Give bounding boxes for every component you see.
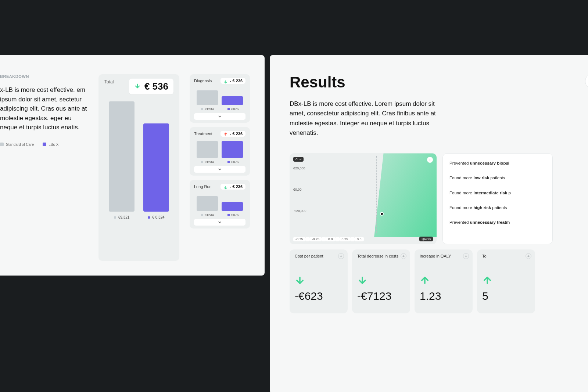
- mini-delta-value: - € 236: [230, 79, 243, 83]
- mini-card-title: Treatment: [194, 132, 212, 136]
- section-label: BREAKDOWN: [0, 74, 88, 79]
- mini-delta-chip: - € 236: [220, 131, 245, 137]
- mini-bars: [194, 193, 245, 211]
- stat-value: -€623: [295, 290, 343, 302]
- stat-title: To: [482, 254, 530, 258]
- scatter-card[interactable]: Cost QALYs + €20,000 €0,00 -€20,000 -0.7…: [290, 153, 437, 244]
- mini-delta-value: - € 236: [230, 132, 243, 136]
- total-bars: €9.321 € 8.324: [104, 102, 173, 219]
- dot-purple-icon: [227, 161, 230, 163]
- stat-card: Increase in QALY + 1.23: [415, 249, 473, 313]
- dot-grey-icon: [114, 216, 116, 219]
- finding-row: Prevented unnecessary biopsi: [449, 160, 546, 166]
- mini-bar-b: [222, 141, 243, 158]
- grid-line-zero-x: [376, 156, 377, 234]
- total-label: Total: [104, 79, 114, 84]
- stat-title: Increase in QALY: [420, 254, 467, 258]
- legend-label-a: Standard of Care: [6, 143, 34, 147]
- breakdown-panel: BREAKDOWN x-LB is more cost effective. e…: [0, 55, 265, 276]
- arrow-down-icon: [295, 275, 343, 287]
- bar-standard-of-care: [109, 101, 135, 212]
- finding-row: Found more low risk patients: [449, 175, 546, 181]
- expand-button[interactable]: [194, 219, 245, 226]
- mini-labels: €1234 €876: [194, 213, 245, 217]
- mini-bar-a: [197, 196, 218, 211]
- mini-bar-a: [197, 90, 218, 105]
- mini-card-title: Long Run: [194, 184, 212, 189]
- total-card: Total € 536 €9.321 € 8.324: [98, 74, 179, 261]
- x-axis-chip: QALYs: [419, 237, 433, 241]
- stat-value: -€7123: [357, 290, 405, 302]
- legend-item-a: Standard of Care: [0, 143, 34, 147]
- section-description: x-LB is more cost effective. em ipsum do…: [0, 85, 88, 132]
- chevron-down-icon: [218, 220, 222, 224]
- expand-stat-icon[interactable]: +: [526, 253, 531, 259]
- expand-stat-icon[interactable]: +: [463, 253, 469, 259]
- stat-card: To + 5: [477, 249, 535, 313]
- arrow-up-icon: [482, 275, 530, 287]
- arrow-down-icon: [223, 79, 228, 83]
- chevron-down-icon: [218, 114, 222, 119]
- y-axis-chip: Cost: [293, 157, 304, 162]
- arrow-up-icon: [223, 132, 228, 136]
- legend-swatch-purple: [43, 143, 46, 146]
- bar-label-a: €9.321: [114, 215, 130, 219]
- mini-delta-value: - € 236: [230, 184, 243, 189]
- arrow-down-icon: [223, 184, 228, 189]
- total-value: € 536: [144, 81, 168, 92]
- mini-bars: [194, 87, 245, 105]
- y-ticks: €20,000 €0,00 -€20,000: [293, 166, 306, 213]
- dot-grey-icon: [201, 161, 203, 163]
- mini-bar-b: [222, 96, 243, 105]
- stat-value: 5: [482, 290, 530, 302]
- breakdown-minis: Diagnosis - € 236 €1234 €876 Treatment -…: [190, 74, 250, 261]
- dot-purple-icon: [227, 108, 230, 110]
- x-ticks: -0.75 -0.25 0.0 0.25 0.5: [293, 237, 416, 241]
- dot-purple-icon: [227, 214, 230, 216]
- grid-line-zero-y: [308, 196, 434, 196]
- results-panel: L Results DBx-LB is more cost effective.…: [270, 55, 588, 392]
- stat-card: Cost per patient + -€623: [290, 249, 348, 313]
- legend-item-b: LBc-X: [43, 143, 58, 147]
- expand-button[interactable]: [194, 113, 245, 120]
- arrow-up-icon: [420, 275, 467, 287]
- finding-row: Prevented unnecessary treatm: [449, 219, 546, 225]
- finding-row: Found more intermediate risk p: [449, 190, 546, 196]
- finding-row: Found more high risk patients: [449, 205, 546, 211]
- breakdown-intro: BREAKDOWN x-LB is more cost effective. e…: [0, 74, 88, 261]
- bar-lbcx: [143, 123, 169, 212]
- mini-delta-chip: - € 236: [220, 184, 245, 190]
- mini-bar-b: [222, 202, 243, 211]
- mini-card-title: Diagnosis: [194, 79, 212, 83]
- bar-col-b: € 8.324: [143, 123, 169, 219]
- legend-label-b: LBc-X: [49, 143, 58, 147]
- mini-card-long-run: Long Run - € 236 €1234 €876: [190, 180, 250, 229]
- legend-swatch-grey: [0, 143, 4, 146]
- results-title: Results: [290, 73, 588, 91]
- expand-stat-icon[interactable]: +: [401, 253, 406, 259]
- scatter-favorable-zone: [374, 153, 437, 237]
- stat-card: Total decrease in costs + -€7123: [352, 249, 410, 313]
- mini-bar-a: [197, 141, 218, 158]
- stat-title: Cost per patient: [295, 254, 343, 258]
- dot-grey-icon: [201, 214, 203, 216]
- mini-card-treatment: Treatment - € 236 €1234 €876: [190, 127, 250, 176]
- stat-title: Total decrease in costs: [357, 254, 405, 258]
- mini-labels: €1234 €876: [194, 160, 245, 164]
- bar-col-a: €9.321: [109, 101, 135, 219]
- findings-card: Prevented unnecessary biopsiFound more l…: [442, 153, 553, 244]
- expand-button[interactable]: [194, 166, 245, 173]
- expand-stat-icon[interactable]: +: [338, 253, 344, 259]
- mini-labels: €1234 €876: [194, 107, 245, 111]
- mini-card-diagnosis: Diagnosis - € 236 €1234 €876: [190, 74, 250, 123]
- stat-value: 1.23: [420, 290, 467, 302]
- arrow-down-icon: [134, 83, 141, 91]
- legend: Standard of Care LBc-X: [0, 143, 88, 147]
- total-value-chip: € 536: [129, 79, 173, 94]
- dot-purple-icon: [148, 216, 150, 219]
- results-description: DBx-LB is more cost effective. Lorem ips…: [290, 99, 444, 138]
- dot-grey-icon: [201, 108, 203, 110]
- arrow-down-icon: [357, 275, 405, 287]
- stat-row: Cost per patient + -€623 Total decrease …: [290, 249, 588, 313]
- chevron-down-icon: [218, 167, 222, 172]
